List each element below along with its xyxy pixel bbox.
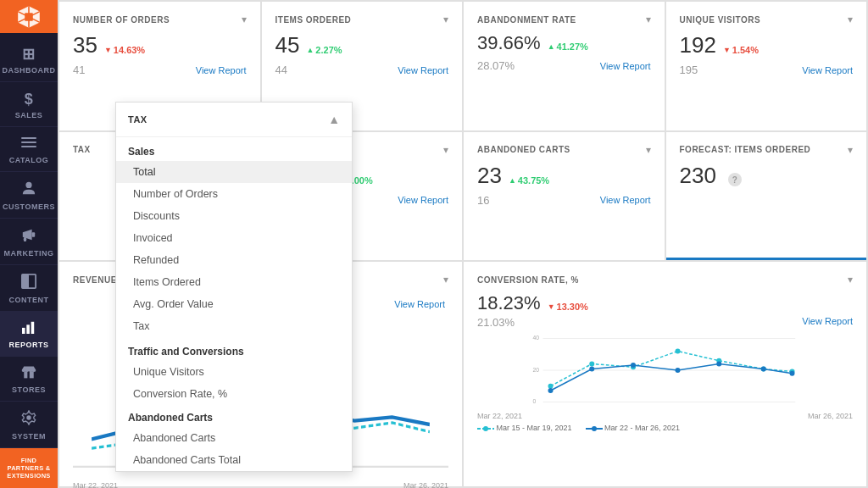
view-report-link[interactable]: View Report xyxy=(196,65,247,75)
dropdown-item-tax[interactable]: Tax xyxy=(116,315,352,337)
dropdown-item-abandoned-carts-total[interactable]: Abandoned Carts Total xyxy=(116,449,352,471)
chart-legend: Mar 15 - Mar 19, 2021 Mar 22 - Mar 26, 2… xyxy=(477,424,853,432)
find-partners-button[interactable]: FIND PARTNERS & EXTENSIONS xyxy=(0,448,58,488)
badge-up: ▲41.27% xyxy=(548,42,588,52)
card-sub: 16 View Report xyxy=(477,194,651,207)
sidebar-item-marketing[interactable]: MARKETING xyxy=(0,219,58,265)
dropdown-toggle[interactable]: ▾ xyxy=(848,274,853,286)
svg-point-34 xyxy=(761,367,766,372)
dropdown-toggle[interactable]: ▾ xyxy=(848,14,853,25)
card-title: NUMBER OF ORDERS xyxy=(73,15,170,25)
stores-icon xyxy=(21,365,36,383)
dropdown-toggle[interactable]: ▾ xyxy=(443,144,448,156)
card-value: 35 ▼14.63% xyxy=(73,32,247,58)
card-header: CONVERSION RATE, % ▾ xyxy=(477,274,853,286)
view-report-link[interactable]: View Report xyxy=(394,299,445,309)
card-title: CONVERSION RATE, % xyxy=(477,275,579,285)
dropdown-toggle[interactable]: ▾ xyxy=(242,14,247,25)
card-header: UNIQUE VISITORS ▾ xyxy=(680,14,854,25)
dropdown-item-total[interactable]: Total xyxy=(116,161,352,183)
card-sub: 41 View Report xyxy=(73,64,247,76)
dropdown-toggle[interactable]: ▾ xyxy=(443,274,448,286)
sidebar-logo[interactable] xyxy=(0,0,58,33)
dropdown-item-conversion-rate[interactable]: Conversion Rate, % xyxy=(116,383,352,405)
card-value: 23 ▲43.75% xyxy=(477,163,651,189)
view-report-link[interactable]: View Report xyxy=(398,195,448,205)
dropdown-item-number-of-orders[interactable]: Number of Orders xyxy=(116,183,352,205)
main-content: NUMBER OF ORDERS ▾ 35 ▼14.63% 41 View Re… xyxy=(58,0,868,488)
dropdown-item-refunded[interactable]: Refunded xyxy=(116,249,352,271)
sidebar-item-label: SYSTEM xyxy=(12,432,46,441)
view-report-link[interactable]: View Report xyxy=(398,65,448,75)
card-sub: 44 View Report xyxy=(275,64,449,76)
card-title: UNIQUE VISITORS xyxy=(680,15,761,25)
svg-rect-12 xyxy=(24,371,27,378)
forecast-help-icon[interactable]: ? xyxy=(728,173,742,186)
dropdown-item-discounts[interactable]: Discounts xyxy=(116,205,352,227)
dropdown-section-abandoned: Abandoned Carts xyxy=(116,405,352,427)
sidebar-item-sales[interactable]: $ SALES xyxy=(0,82,58,127)
sidebar-item-reports[interactable]: REPORTS xyxy=(0,312,58,357)
card-header: ABANDONMENT RATE ▾ xyxy=(477,14,651,25)
dropdown-item-abandoned-carts[interactable]: Abandoned Carts xyxy=(116,427,352,449)
content-icon xyxy=(21,274,36,293)
dropdown-toggle[interactable]: ▾ xyxy=(848,144,853,156)
svg-point-29 xyxy=(548,388,554,393)
catalog-icon xyxy=(21,136,36,153)
marketing-icon xyxy=(21,227,36,247)
badge-down: ▼1.54% xyxy=(723,45,759,55)
sidebar-item-system[interactable]: SYSTEM xyxy=(0,402,58,448)
svg-point-31 xyxy=(631,363,636,368)
conversion-chart-area: 40 20 0 xyxy=(477,332,853,476)
svg-point-14 xyxy=(26,415,31,419)
svg-rect-9 xyxy=(22,328,25,334)
svg-point-39 xyxy=(592,426,597,431)
svg-point-30 xyxy=(589,367,594,372)
card-header: ABANDONED CARTS ▾ xyxy=(477,144,651,156)
svg-text:0: 0 xyxy=(533,398,537,404)
card-header: NUMBER OF ORDERS ▾ xyxy=(73,14,247,25)
svg-rect-8 xyxy=(22,274,29,288)
svg-point-32 xyxy=(676,368,681,373)
sales-icon: $ xyxy=(25,91,34,108)
sidebar-item-catalog[interactable]: CATALOG xyxy=(0,127,58,172)
sidebar-item-label: DASHBOARD xyxy=(3,66,56,75)
view-report-link[interactable]: View Report xyxy=(802,65,853,75)
card-value: 230 ? xyxy=(680,163,854,189)
svg-rect-11 xyxy=(31,322,35,334)
customers-icon xyxy=(21,180,36,200)
card-sub: 195 View Report xyxy=(680,64,854,76)
card-title: REVENUE xyxy=(73,275,117,285)
dropdown-item-invoiced[interactable]: Invoiced xyxy=(116,227,352,249)
svg-point-6 xyxy=(24,237,27,241)
dropdown-toggle[interactable]: ▾ xyxy=(646,14,651,25)
dropdown-toggle[interactable]: ▾ xyxy=(443,14,448,25)
view-report-link[interactable]: View Report xyxy=(600,61,651,71)
dropdown-item-items-ordered[interactable]: Items Ordered xyxy=(116,271,352,293)
dropdown-title: TAX xyxy=(128,114,147,125)
card-title: ITEMS ORDERED xyxy=(275,15,352,25)
sidebar-item-stores[interactable]: STORES xyxy=(0,357,58,402)
dashboard-icon: ⊞ xyxy=(22,45,36,64)
sidebar-item-label: CATALOG xyxy=(9,156,49,164)
svg-point-35 xyxy=(790,371,795,376)
card-header: FORECAST: ITEMS ORDERED ▾ xyxy=(680,144,854,156)
dropdown-toggle[interactable]: ▾ xyxy=(646,144,651,156)
card-header: ITEMS ORDERED ▾ xyxy=(275,14,449,25)
dropdown-close-icon[interactable]: ▲ xyxy=(328,113,340,126)
sidebar-item-content[interactable]: CONTENT xyxy=(0,265,58,312)
svg-rect-1 xyxy=(21,137,36,139)
dropdown-item-avg-order-value[interactable]: Avg. Order Value xyxy=(116,293,352,315)
conversion-sub: 21.03% View Report xyxy=(477,316,853,329)
card-sub: 28.07% View Report xyxy=(477,59,651,72)
svg-text:20: 20 xyxy=(533,367,540,373)
view-report-link[interactable]: View Report xyxy=(600,195,651,205)
dropdown-item-unique-visitors[interactable]: Unique Visitors xyxy=(116,361,352,383)
reports-icon xyxy=(21,320,36,338)
sidebar-item-dashboard[interactable]: ⊞ DASHBOARD xyxy=(0,36,58,82)
view-report-link[interactable]: View Report xyxy=(802,316,853,329)
card-title: ABANDONMENT RATE xyxy=(477,15,576,25)
card-forecast-items: FORECAST: ITEMS ORDERED ▾ 230 ? xyxy=(666,132,867,261)
sidebar-item-customers[interactable]: CUSTOMERS xyxy=(0,172,58,219)
system-icon xyxy=(21,410,36,430)
